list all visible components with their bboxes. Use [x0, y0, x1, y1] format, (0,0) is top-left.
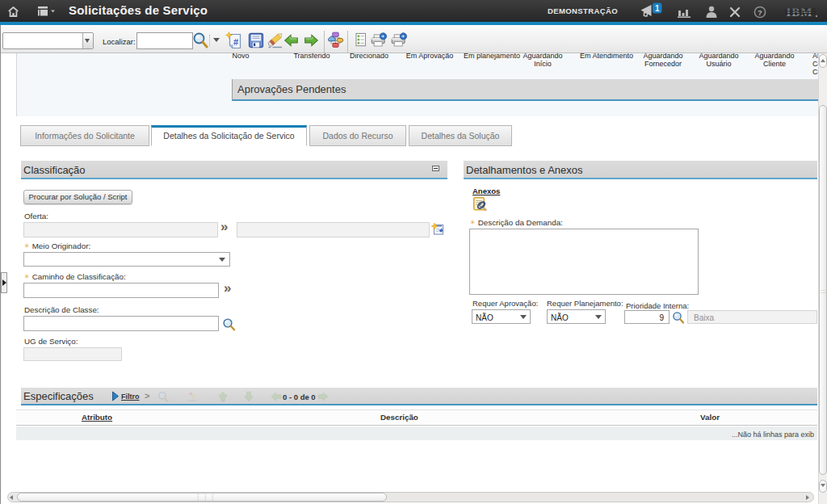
- svg-text:1: 1: [655, 4, 660, 13]
- svg-text:IBM: IBM: [787, 6, 813, 19]
- svg-text:»: »: [484, 206, 488, 212]
- svg-text:#: #: [233, 37, 238, 47]
- svg-text:?: ?: [758, 8, 762, 17]
